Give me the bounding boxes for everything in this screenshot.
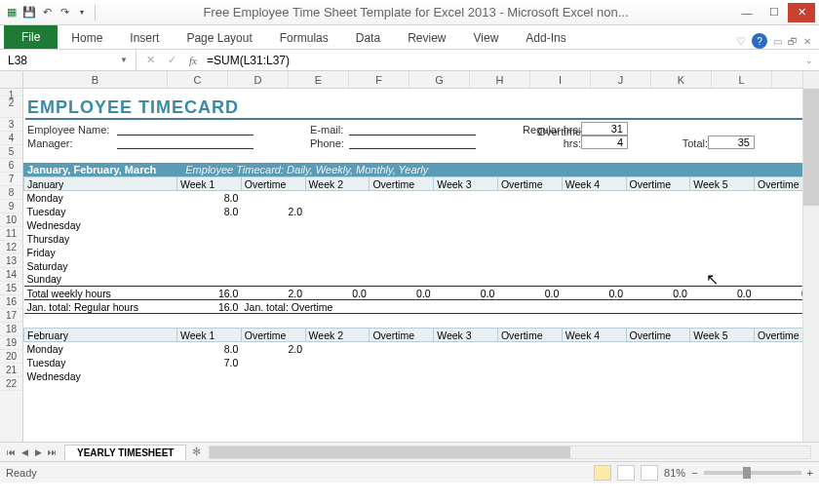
- row-8[interactable]: 8: [0, 186, 22, 200]
- row-17[interactable]: 17: [0, 309, 22, 323]
- tab-view[interactable]: View: [460, 27, 513, 49]
- emp-name-label: Employee Name:: [27, 124, 117, 136]
- row-14[interactable]: 14: [0, 268, 22, 282]
- tab-nav-next-icon[interactable]: ▶: [31, 447, 45, 457]
- row-3[interactable]: 3: [0, 118, 22, 132]
- hscroll-thumb[interactable]: [210, 446, 569, 458]
- row-19[interactable]: 19: [0, 336, 22, 350]
- view-normal-icon[interactable]: [594, 465, 611, 481]
- row-7[interactable]: 7: [0, 173, 22, 186]
- col-G[interactable]: G: [410, 71, 470, 88]
- row-20[interactable]: 20: [0, 350, 22, 364]
- row-13[interactable]: 13: [0, 254, 22, 268]
- redo-icon[interactable]: ↷: [57, 5, 72, 20]
- name-box[interactable]: L38 ▼: [0, 50, 136, 70]
- row-22[interactable]: 22: [0, 377, 22, 391]
- row-5[interactable]: 5: [0, 145, 22, 159]
- tab-formulas[interactable]: Formulas: [266, 27, 342, 49]
- formula-expand-icon[interactable]: ⌄: [800, 56, 819, 65]
- row-11[interactable]: 11: [0, 227, 22, 241]
- sheet-content[interactable]: EMPLOYEE TIMECARD Employee Name: E-mail:…: [23, 89, 819, 442]
- table-row: Monday8.02.0: [24, 342, 819, 356]
- qat-dropdown-icon[interactable]: ▾: [74, 5, 90, 20]
- zoom-out-icon[interactable]: −: [691, 467, 697, 479]
- vscroll-thumb[interactable]: [803, 89, 819, 206]
- emp-name-field[interactable]: [117, 124, 254, 136]
- help-icon[interactable]: ?: [752, 33, 767, 49]
- col-E[interactable]: E: [289, 71, 349, 88]
- col-I[interactable]: I: [530, 71, 591, 88]
- name-box-value: L38: [8, 54, 27, 67]
- col-H[interactable]: H: [470, 71, 530, 88]
- view-pagebreak-icon[interactable]: [641, 465, 658, 481]
- col-D[interactable]: D: [228, 71, 289, 88]
- col-B[interactable]: B: [23, 71, 168, 88]
- name-box-dropdown-icon[interactable]: ▼: [120, 56, 128, 64]
- view-layout-icon[interactable]: [617, 465, 635, 481]
- excel-icon[interactable]: ▦: [4, 5, 20, 20]
- zoom-level[interactable]: 81%: [664, 467, 685, 479]
- enter-formula-icon[interactable]: ✓: [164, 54, 179, 66]
- tab-review[interactable]: Review: [394, 27, 459, 49]
- wk-hdr: Overtime: [241, 177, 305, 191]
- wk-hdr: Overtime: [370, 177, 434, 191]
- new-sheet-icon[interactable]: ✻: [192, 446, 201, 458]
- col-C[interactable]: C: [168, 71, 228, 88]
- row-15[interactable]: 15: [0, 282, 22, 295]
- close-button[interactable]: ✕: [788, 3, 815, 22]
- row-10[interactable]: 10: [0, 213, 22, 227]
- tab-nav-first-icon[interactable]: ⏮: [4, 447, 18, 457]
- phone-label: Phone:: [310, 137, 349, 149]
- phone-field[interactable]: [349, 137, 476, 149]
- tab-home[interactable]: Home: [58, 27, 116, 49]
- minimize-button[interactable]: —: [733, 3, 760, 22]
- formula-input[interactable]: [207, 54, 794, 67]
- cancel-formula-icon[interactable]: ✕: [142, 54, 158, 66]
- manager-label: Manager:: [27, 137, 117, 149]
- row-6[interactable]: 6: [0, 159, 22, 173]
- worksheet-grid[interactable]: B C D E F G H I J K L 1 2 3 4 5 6 7 8 9 …: [0, 71, 819, 442]
- tab-data[interactable]: Data: [342, 27, 394, 49]
- row-4[interactable]: 4: [0, 132, 22, 145]
- col-J[interactable]: J: [591, 71, 651, 88]
- tab-insert[interactable]: Insert: [116, 27, 173, 49]
- window-title: Free Employee Time Sheet Template for Ex…: [98, 5, 733, 19]
- maximize-button[interactable]: ☐: [760, 3, 788, 22]
- fx-icon[interactable]: fx: [185, 55, 201, 66]
- row-16[interactable]: 16: [0, 295, 22, 309]
- email-field[interactable]: [349, 124, 476, 136]
- vertical-scrollbar[interactable]: [802, 71, 819, 442]
- ribbon-minimize-icon[interactable]: ▭: [773, 36, 782, 47]
- row-18[interactable]: 18: [0, 323, 22, 336]
- tab-file[interactable]: File: [4, 25, 58, 49]
- section-heading: January, February, March Employee Timeca…: [23, 163, 819, 176]
- row-1[interactable]: 1: [0, 89, 22, 97]
- undo-icon[interactable]: ↶: [39, 5, 55, 20]
- manager-field[interactable]: [117, 137, 254, 149]
- tab-addins[interactable]: Add-Ins: [512, 27, 579, 49]
- january-table: January Week 1 Overtime Week 2 Overtime …: [23, 176, 819, 314]
- heart-icon[interactable]: ♡: [736, 35, 746, 48]
- row-2[interactable]: 2: [0, 97, 22, 118]
- row-12[interactable]: 12: [0, 241, 22, 254]
- zoom-in-icon[interactable]: +: [807, 467, 813, 479]
- tab-page-layout[interactable]: Page Layout: [173, 27, 265, 49]
- row-21[interactable]: 21: [0, 364, 22, 377]
- tab-nav-last-icon[interactable]: ⏭: [45, 447, 58, 457]
- window-close-icon[interactable]: ✕: [803, 36, 811, 47]
- window-restore-icon[interactable]: 🗗: [788, 36, 798, 47]
- table-row: Wednesday: [24, 218, 819, 232]
- row-9[interactable]: 9: [0, 200, 22, 213]
- col-L[interactable]: L: [712, 71, 772, 88]
- table-row: Tuesday7.0: [24, 356, 819, 369]
- overtime-hrs-value: 4: [581, 136, 628, 149]
- sheet-tab-yearly[interactable]: YEARLY TIMESHEET: [64, 445, 186, 460]
- save-icon[interactable]: 💾: [21, 5, 37, 20]
- select-all-cell[interactable]: [0, 71, 23, 88]
- table-row: Tuesday8.02.0: [24, 205, 819, 218]
- tab-nav-prev-icon[interactable]: ◀: [18, 447, 31, 457]
- col-K[interactable]: K: [651, 71, 712, 88]
- zoom-slider[interactable]: [704, 471, 801, 475]
- col-F[interactable]: F: [349, 71, 410, 88]
- horizontal-scrollbar[interactable]: [209, 446, 811, 459]
